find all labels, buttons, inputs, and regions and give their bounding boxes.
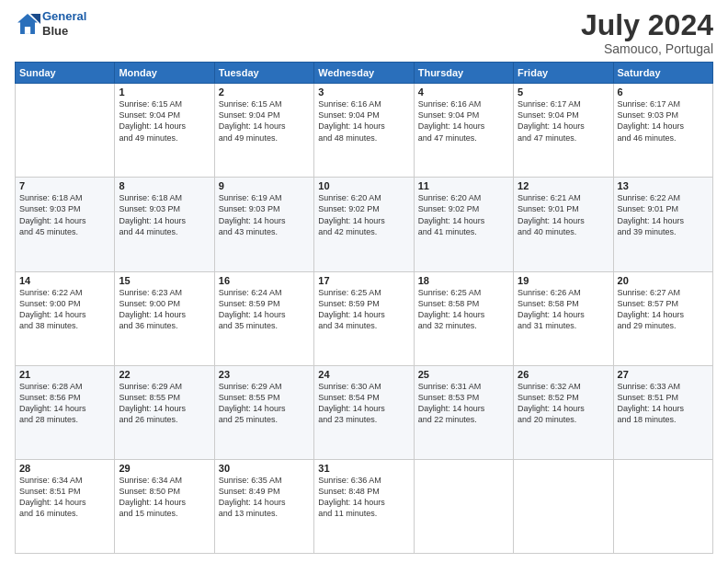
day-number: 11 — [418, 180, 509, 191]
cell-info: Sunrise: 6:24 AM Sunset: 8:59 PM Dayligh… — [219, 287, 310, 332]
day-header-thursday: Thursday — [414, 63, 513, 84]
cell-info: Sunrise: 6:23 AM Sunset: 9:00 PM Dayligh… — [119, 287, 210, 332]
day-number: 26 — [518, 369, 609, 380]
day-number: 24 — [318, 369, 409, 380]
calendar-table: SundayMondayTuesdayWednesdayThursdayFrid… — [15, 62, 713, 554]
cell-info: Sunrise: 6:16 AM Sunset: 9:04 PM Dayligh… — [318, 98, 409, 144]
calendar-cell: 18Sunrise: 6:25 AM Sunset: 8:58 PM Dayli… — [414, 271, 513, 365]
cell-info: Sunrise: 6:22 AM Sunset: 9:00 PM Dayligh… — [19, 287, 110, 332]
calendar-cell: 16Sunrise: 6:24 AM Sunset: 8:59 PM Dayli… — [214, 271, 313, 365]
day-number: 6 — [618, 86, 709, 98]
day-header-tuesday: Tuesday — [214, 63, 313, 84]
day-header-saturday: Saturday — [613, 63, 712, 84]
calendar-cell — [514, 459, 613, 553]
calendar-cell: 30Sunrise: 6:35 AM Sunset: 8:49 PM Dayli… — [214, 459, 313, 553]
cell-info: Sunrise: 6:17 AM Sunset: 9:04 PM Dayligh… — [518, 98, 609, 144]
day-header-wednesday: Wednesday — [314, 63, 414, 84]
calendar-cell: 21Sunrise: 6:28 AM Sunset: 8:56 PM Dayli… — [16, 365, 115, 459]
cell-info: Sunrise: 6:29 AM Sunset: 8:55 PM Dayligh… — [119, 381, 210, 426]
calendar-cell: 3Sunrise: 6:16 AM Sunset: 9:04 PM Daylig… — [314, 84, 414, 178]
day-number: 22 — [119, 369, 210, 380]
days-header-row: SundayMondayTuesdayWednesdayThursdayFrid… — [16, 63, 713, 84]
day-header-sunday: Sunday — [16, 63, 115, 84]
calendar-cell: 27Sunrise: 6:33 AM Sunset: 8:51 PM Dayli… — [613, 365, 712, 459]
day-number: 21 — [19, 369, 110, 380]
day-number: 12 — [518, 180, 609, 191]
calendar-cell: 22Sunrise: 6:29 AM Sunset: 8:55 PM Dayli… — [115, 365, 214, 459]
day-number: 8 — [119, 180, 210, 191]
svg-rect-4 — [25, 27, 30, 34]
logo-line2: Blue — [42, 24, 86, 39]
calendar-cell: 20Sunrise: 6:27 AM Sunset: 8:57 PM Dayli… — [613, 271, 712, 365]
day-number: 1 — [119, 86, 210, 98]
cell-info: Sunrise: 6:30 AM Sunset: 8:54 PM Dayligh… — [318, 381, 409, 426]
calendar-cell — [16, 84, 115, 178]
calendar-cell: 17Sunrise: 6:25 AM Sunset: 8:59 PM Dayli… — [314, 271, 414, 365]
calendar-cell: 28Sunrise: 6:34 AM Sunset: 8:51 PM Dayli… — [16, 459, 115, 553]
day-number: 10 — [318, 180, 409, 191]
calendar-cell: 31Sunrise: 6:36 AM Sunset: 8:48 PM Dayli… — [314, 459, 414, 553]
cell-info: Sunrise: 6:28 AM Sunset: 8:56 PM Dayligh… — [19, 381, 110, 426]
calendar-cell: 1Sunrise: 6:15 AM Sunset: 9:04 PM Daylig… — [115, 84, 214, 178]
calendar-cell: 4Sunrise: 6:16 AM Sunset: 9:04 PM Daylig… — [414, 84, 513, 178]
day-number: 2 — [219, 86, 310, 98]
cell-info: Sunrise: 6:20 AM Sunset: 9:02 PM Dayligh… — [418, 192, 509, 237]
cell-info: Sunrise: 6:33 AM Sunset: 8:51 PM Dayligh… — [618, 381, 709, 426]
cell-info: Sunrise: 6:15 AM Sunset: 9:04 PM Dayligh… — [219, 98, 310, 144]
cell-info: Sunrise: 6:32 AM Sunset: 8:52 PM Dayligh… — [518, 381, 609, 426]
location: Samouco, Portugal — [581, 41, 713, 56]
calendar-cell: 19Sunrise: 6:26 AM Sunset: 8:58 PM Dayli… — [514, 271, 613, 365]
cell-info: Sunrise: 6:25 AM Sunset: 8:58 PM Dayligh… — [418, 287, 509, 332]
day-number: 4 — [418, 86, 509, 98]
calendar-cell: 10Sunrise: 6:20 AM Sunset: 9:02 PM Dayli… — [314, 178, 414, 271]
calendar-week-3: 14Sunrise: 6:22 AM Sunset: 9:00 PM Dayli… — [16, 271, 713, 365]
calendar-cell: 8Sunrise: 6:18 AM Sunset: 9:03 PM Daylig… — [115, 178, 214, 271]
cell-info: Sunrise: 6:36 AM Sunset: 8:48 PM Dayligh… — [318, 475, 409, 520]
day-number: 14 — [19, 275, 110, 286]
day-number: 25 — [418, 369, 509, 380]
calendar-cell: 11Sunrise: 6:20 AM Sunset: 9:02 PM Dayli… — [414, 178, 513, 271]
calendar-cell: 25Sunrise: 6:31 AM Sunset: 8:53 PM Dayli… — [414, 365, 513, 459]
page: General Blue July 2024 Samouco, Portugal… — [0, 0, 728, 563]
calendar-cell: 15Sunrise: 6:23 AM Sunset: 9:00 PM Dayli… — [115, 271, 214, 365]
calendar-week-5: 28Sunrise: 6:34 AM Sunset: 8:51 PM Dayli… — [16, 459, 713, 553]
day-number: 5 — [518, 86, 609, 98]
cell-info: Sunrise: 6:20 AM Sunset: 9:02 PM Dayligh… — [318, 192, 409, 237]
cell-info: Sunrise: 6:26 AM Sunset: 8:58 PM Dayligh… — [518, 287, 609, 332]
day-number: 28 — [19, 463, 110, 474]
calendar-cell: 12Sunrise: 6:21 AM Sunset: 9:01 PM Dayli… — [514, 178, 613, 271]
cell-info: Sunrise: 6:22 AM Sunset: 9:01 PM Dayligh… — [618, 192, 709, 237]
calendar-cell: 13Sunrise: 6:22 AM Sunset: 9:01 PM Dayli… — [613, 178, 712, 271]
cell-info: Sunrise: 6:19 AM Sunset: 9:03 PM Dayligh… — [219, 192, 310, 237]
day-number: 9 — [219, 180, 310, 191]
day-header-monday: Monday — [115, 63, 214, 84]
calendar-cell: 26Sunrise: 6:32 AM Sunset: 8:52 PM Dayli… — [514, 365, 613, 459]
cell-info: Sunrise: 6:15 AM Sunset: 9:04 PM Dayligh… — [119, 98, 210, 144]
day-number: 20 — [618, 275, 709, 286]
cell-info: Sunrise: 6:35 AM Sunset: 8:49 PM Dayligh… — [219, 475, 310, 520]
cell-info: Sunrise: 6:25 AM Sunset: 8:59 PM Dayligh… — [318, 287, 409, 332]
calendar-body: 1Sunrise: 6:15 AM Sunset: 9:04 PM Daylig… — [16, 84, 713, 554]
calendar-week-4: 21Sunrise: 6:28 AM Sunset: 8:56 PM Dayli… — [16, 365, 713, 459]
calendar-cell: 23Sunrise: 6:29 AM Sunset: 8:55 PM Dayli… — [214, 365, 313, 459]
day-number: 19 — [518, 275, 609, 286]
day-number: 23 — [219, 369, 310, 380]
cell-info: Sunrise: 6:34 AM Sunset: 8:50 PM Dayligh… — [119, 475, 210, 520]
cell-info: Sunrise: 6:29 AM Sunset: 8:55 PM Dayligh… — [219, 381, 310, 426]
cell-info: Sunrise: 6:21 AM Sunset: 9:01 PM Dayligh… — [518, 192, 609, 237]
calendar-cell: 14Sunrise: 6:22 AM Sunset: 9:00 PM Dayli… — [16, 271, 115, 365]
day-number: 7 — [19, 180, 110, 191]
cell-info: Sunrise: 6:34 AM Sunset: 8:51 PM Dayligh… — [19, 475, 110, 520]
calendar-cell: 29Sunrise: 6:34 AM Sunset: 8:50 PM Dayli… — [115, 459, 214, 553]
logo-text: General Blue — [42, 9, 86, 38]
day-number: 15 — [119, 275, 210, 286]
day-number: 17 — [318, 275, 409, 286]
day-number: 13 — [618, 180, 709, 191]
day-number: 18 — [418, 275, 509, 286]
calendar-cell — [414, 459, 513, 553]
logo-icon — [15, 11, 40, 37]
calendar-cell: 24Sunrise: 6:30 AM Sunset: 8:54 PM Dayli… — [314, 365, 414, 459]
day-number: 16 — [219, 275, 310, 286]
day-number: 31 — [318, 463, 409, 474]
cell-info: Sunrise: 6:27 AM Sunset: 8:57 PM Dayligh… — [618, 287, 709, 332]
